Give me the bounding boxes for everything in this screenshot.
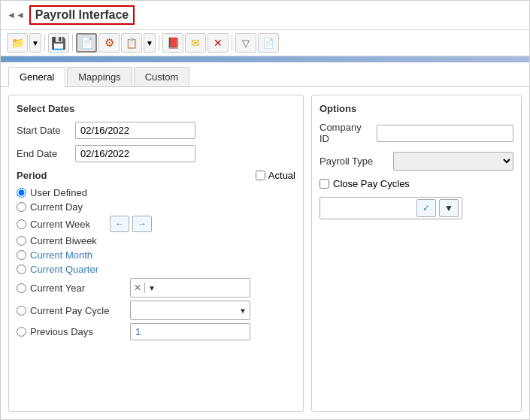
new-doc-dropdown[interactable]: ▼ [144, 33, 156, 53]
radio-user-defined: User Defined [17, 187, 295, 198]
year-dropdown-clear[interactable]: ✕ [131, 283, 145, 293]
right-panel: Options Company ID Payroll Type Close Pa… [311, 95, 522, 412]
current-year-row: Current Year ✕ ▼ [17, 278, 295, 298]
period-header: Period Actual [17, 170, 295, 181]
separator-4 [232, 35, 232, 51]
back-icon[interactable]: ◄◄ [7, 10, 25, 20]
separator-3 [159, 35, 159, 51]
close-pay-cycles-row: Close Pay Cycles [320, 178, 513, 189]
radio-current-week: Current Week [17, 219, 90, 230]
doc-button[interactable]: 📄 [76, 33, 97, 53]
current-week-row: Current Week ← → [17, 216, 295, 232]
previous-days-row: Previous Days [17, 323, 295, 340]
action-input[interactable] [323, 203, 413, 214]
action-buttons-container: ✓ ▼ [320, 197, 462, 219]
start-date-input[interactable] [75, 122, 195, 139]
company-id-input[interactable] [377, 125, 513, 142]
radio-current-year-input[interactable] [17, 283, 26, 293]
company-id-label: Company ID [320, 122, 371, 144]
period-title: Period [17, 170, 47, 181]
main-window: ◄◄ Payroll Interface 📁 ▼ 💾 📄 ⚙ 📋 ▼ 📕 ✉ ✕… [0, 0, 530, 420]
radio-current-biweek-input[interactable] [17, 236, 26, 246]
close-pay-cycles-label: Close Pay Cycles [333, 178, 410, 189]
separator-2 [72, 35, 73, 51]
radio-user-defined-input[interactable] [17, 188, 26, 198]
radio-current-day-input[interactable] [17, 202, 26, 212]
week-nav-arrows: ← → [110, 216, 152, 232]
radio-current-day-label: Current Day [30, 201, 83, 213]
title-bar: ◄◄ Payroll Interface [1, 1, 529, 30]
tab-mappings[interactable]: Mappings [67, 67, 132, 86]
company-id-row: Company ID [320, 122, 513, 144]
radio-current-quarter: Current Quarter [17, 264, 98, 275]
tab-bar: General Mappings Custom [1, 62, 529, 87]
year-dropdown[interactable]: ✕ ▼ [130, 278, 250, 298]
radio-current-month-label: Current Month [30, 249, 92, 261]
start-date-label: Start Date [17, 125, 69, 136]
radio-current-month: Current Month [17, 249, 295, 261]
start-date-row: Start Date [17, 122, 295, 139]
payroll-type-row: Payroll Type [320, 152, 513, 171]
toolbar: 📁 ▼ 💾 📄 ⚙ 📋 ▼ 📕 ✉ ✕ ▽ 📄 [1, 30, 529, 56]
save-button[interactable]: 💾 [48, 33, 69, 53]
select-dates-title: Select Dates [17, 103, 295, 114]
pdf-button[interactable]: 📕 [162, 33, 183, 53]
options-title: Options [320, 103, 513, 114]
pay-cycle-dropdown-arrow[interactable]: ▼ [236, 307, 250, 315]
current-quarter-row: Current Quarter [17, 264, 295, 275]
year-dropdown-arrow[interactable]: ▼ [145, 284, 159, 292]
radio-current-year: Current Year [17, 283, 126, 294]
radio-current-quarter-label: Current Quarter [30, 264, 98, 275]
prev-week-button[interactable]: ← [110, 216, 129, 232]
radio-current-year-label: Current Year [30, 283, 85, 294]
pay-cycle-dropdown[interactable]: ▼ [130, 301, 250, 320]
actual-checkbox-row: Actual [256, 170, 295, 181]
close-pay-cycles-checkbox[interactable] [320, 179, 329, 189]
radio-user-defined-label: User Defined [30, 187, 87, 198]
radio-current-pay-cycle-label: Current Pay Cycle [30, 305, 109, 316]
radio-current-week-label: Current Week [30, 219, 90, 230]
actual-checkbox[interactable] [256, 171, 265, 180]
previous-days-input[interactable] [130, 323, 250, 340]
radio-previous-days-label: Previous Days [30, 326, 93, 337]
filter-button[interactable]: ▽ [235, 33, 256, 53]
accent-bar [1, 56, 529, 62]
gear-button[interactable]: ⚙ [98, 33, 120, 53]
action-dropdown-button[interactable]: ▼ [439, 199, 459, 217]
period-section: Period Actual User Defined Current Day [17, 170, 295, 340]
end-date-input[interactable] [75, 145, 195, 162]
action-check-button[interactable]: ✓ [416, 199, 436, 217]
radio-current-pay-cycle-input[interactable] [17, 306, 26, 316]
radio-current-biweek-label: Current Biweek [30, 235, 97, 246]
radio-current-pay-cycle: Current Pay Cycle [17, 305, 126, 316]
main-content: Select Dates Start Date End Date Period … [1, 87, 529, 419]
new-doc-button[interactable]: 📋 [121, 33, 142, 53]
radio-current-biweek: Current Biweek [17, 235, 295, 246]
email-button[interactable]: ✉ [185, 33, 206, 53]
tab-general[interactable]: General [8, 67, 65, 87]
radio-current-week-input[interactable] [17, 219, 26, 229]
separator-1 [44, 35, 45, 51]
next-week-button[interactable]: → [132, 216, 152, 232]
current-pay-cycle-row: Current Pay Cycle ▼ [17, 301, 295, 320]
tab-custom[interactable]: Custom [134, 67, 190, 86]
folder-button[interactable]: 📁 [7, 33, 28, 53]
copy-button[interactable]: 📄 [258, 33, 279, 53]
delete-button[interactable]: ✕ [207, 33, 229, 53]
radio-previous-days-input[interactable] [17, 327, 26, 337]
end-date-label: End Date [17, 148, 69, 159]
left-panel: Select Dates Start Date End Date Period … [8, 95, 304, 412]
actual-label: Actual [268, 170, 295, 181]
radio-current-quarter-input[interactable] [17, 264, 26, 274]
radio-current-day: Current Day [17, 201, 295, 213]
folder-dropdown[interactable]: ▼ [29, 33, 41, 53]
payroll-type-label: Payroll Type [320, 156, 387, 167]
payroll-type-select[interactable] [393, 152, 513, 171]
radio-current-month-input[interactable] [17, 250, 26, 260]
radio-previous-days: Previous Days [17, 326, 126, 337]
page-title: Payroll Interface [29, 5, 135, 25]
end-date-row: End Date [17, 145, 295, 162]
